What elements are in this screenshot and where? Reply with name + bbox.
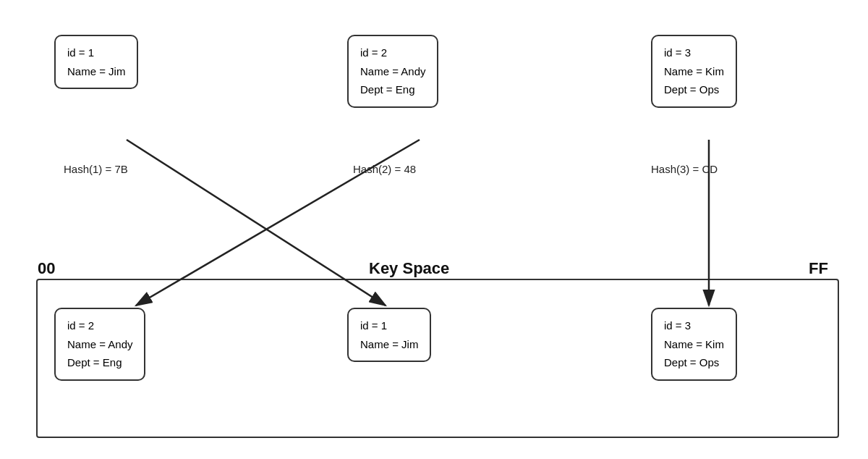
hash-label-1: Hash(1) = 7B <box>64 163 128 175</box>
hash-label-2: Hash(2) = 48 <box>353 163 416 175</box>
top-record-1-line2: Name = Jim <box>67 62 125 81</box>
top-record-2-line2: Name = Andy <box>360 62 425 81</box>
hash-label-3: Hash(3) = CD <box>651 163 718 175</box>
bottom-record-3-line2: Name = Kim <box>664 335 724 354</box>
bottom-record-2-line3: Dept = Eng <box>67 353 132 372</box>
bottom-record-2: id = 2 Name = Andy Dept = Eng <box>54 308 145 381</box>
bottom-record-2-line2: Name = Andy <box>67 335 132 354</box>
bottom-record-3-line3: Dept = Ops <box>664 353 724 372</box>
bottom-record-3-line1: id = 3 <box>664 316 724 335</box>
diagram: id = 1 Name = Jim id = 2 Name = Andy Dep… <box>0 0 868 459</box>
boundary-label-00: 00 <box>38 259 55 278</box>
top-record-1-line1: id = 1 <box>67 43 125 62</box>
top-record-3: id = 3 Name = Kim Dept = Ops <box>651 35 737 108</box>
bottom-record-1-line1: id = 1 <box>360 316 418 335</box>
top-record-2-line1: id = 2 <box>360 43 425 62</box>
bottom-record-1: id = 1 Name = Jim <box>347 308 431 362</box>
key-space-label: Key Space <box>369 259 449 278</box>
bottom-record-3: id = 3 Name = Kim Dept = Ops <box>651 308 737 381</box>
top-record-3-line1: id = 3 <box>664 43 724 62</box>
top-record-1: id = 1 Name = Jim <box>54 35 138 89</box>
top-record-2-line3: Dept = Eng <box>360 80 425 99</box>
top-record-2: id = 2 Name = Andy Dept = Eng <box>347 35 438 108</box>
bottom-record-2-line1: id = 2 <box>67 316 132 335</box>
top-record-3-line2: Name = Kim <box>664 62 724 81</box>
bottom-record-1-line2: Name = Jim <box>360 335 418 354</box>
boundary-label-ff: FF <box>809 259 828 278</box>
top-record-3-line3: Dept = Ops <box>664 80 724 99</box>
